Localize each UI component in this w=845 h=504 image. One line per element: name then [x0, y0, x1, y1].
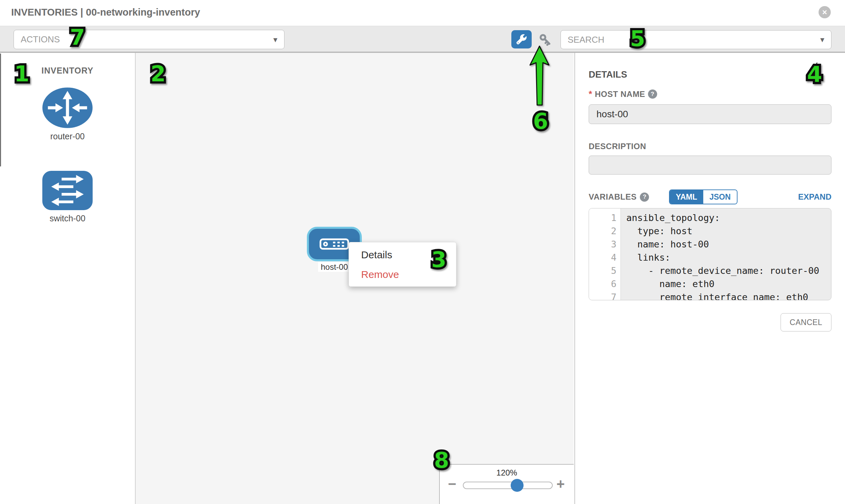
- key-icon: [538, 32, 553, 48]
- page-title: INVENTORIES | 00-networking-inventory: [11, 7, 200, 18]
- line-number-gutter: 1 2 3 4 5 6 7: [589, 209, 621, 300]
- code-line: name: eth0: [626, 277, 831, 290]
- line-number: 5: [589, 264, 620, 277]
- description-label-row: DESCRIPTION: [589, 142, 646, 151]
- expand-link[interactable]: EXPAND: [798, 192, 831, 202]
- node-context-menu: Details Remove: [349, 242, 456, 287]
- details-panel: DETAILS * HOST NAME ? host-00 DESCRIPTIO…: [575, 53, 845, 504]
- switch-icon: [41, 170, 93, 211]
- yaml-toggle-button[interactable]: YAML: [670, 190, 703, 204]
- palette-device-router[interactable]: router-00: [0, 87, 135, 141]
- line-number: 1: [589, 211, 620, 224]
- zoom-slider-track[interactable]: [463, 482, 553, 489]
- code-line: remote_interface_name: eth0: [626, 290, 831, 300]
- required-mark: *: [589, 89, 592, 99]
- variables-label: VARIABLES: [589, 192, 636, 202]
- variables-header-row: VARIABLES ? YAML JSON EXPAND: [589, 190, 831, 206]
- line-number: 7: [589, 290, 620, 300]
- actions-dropdown-label: ACTIONS: [21, 34, 60, 45]
- zoom-value: 120%: [440, 468, 574, 478]
- code-line: ansible_topology:: [626, 211, 831, 224]
- question-circle-icon[interactable]: ?: [640, 193, 649, 202]
- search-dropdown-label: SEARCH: [568, 35, 604, 45]
- chevron-down-icon: ▾: [820, 35, 824, 44]
- inventory-topology-window: INVENTORIES | 00-networking-inventory ✕ …: [0, 0, 845, 504]
- details-panel-title: DETAILS: [589, 70, 627, 80]
- toolbar: ACTIONS ▾ SEARCH ▾: [0, 26, 845, 52]
- content-area: INVENTORY router-00: [0, 52, 845, 504]
- host-name-label-row: * HOST NAME ?: [589, 89, 657, 99]
- zoom-control: 120% − +: [439, 464, 574, 504]
- device-label: switch-00: [0, 214, 135, 223]
- code-line: type: host: [626, 224, 831, 238]
- chevron-down-icon: ▾: [273, 35, 277, 44]
- menu-item-details[interactable]: Details: [349, 245, 456, 265]
- variables-code-editor[interactable]: 1 2 3 4 5 6 7 ansible_topology: type: ho…: [589, 208, 831, 300]
- code-line: links:: [626, 251, 831, 264]
- menu-item-remove[interactable]: Remove: [349, 265, 456, 284]
- description-label: DESCRIPTION: [589, 142, 646, 151]
- wrench-icon: [516, 34, 527, 44]
- line-number: 3: [589, 238, 620, 251]
- zoom-in-button[interactable]: +: [557, 477, 565, 491]
- sidebar-title: INVENTORY: [0, 66, 135, 76]
- line-number: 6: [589, 277, 620, 290]
- json-toggle-button[interactable]: JSON: [703, 190, 737, 204]
- line-number: 2: [589, 224, 620, 238]
- device-label: router-00: [0, 131, 135, 141]
- host-name-label: HOST NAME: [595, 89, 645, 99]
- topology-canvas[interactable]: host-00 Details Remove 120% − +: [136, 53, 574, 504]
- zoom-slider-handle[interactable]: [511, 479, 524, 492]
- line-number: 4: [589, 251, 620, 264]
- code-lines: ansible_topology: type: host name: host-…: [621, 209, 831, 300]
- host-icon: [319, 238, 349, 250]
- variables-format-toggle: YAML JSON: [669, 190, 738, 204]
- actions-dropdown[interactable]: ACTIONS ▾: [14, 30, 284, 49]
- inventory-sidebar: INVENTORY router-00: [0, 53, 136, 504]
- key-button[interactable]: [537, 32, 553, 48]
- palette-device-switch[interactable]: switch-00: [0, 170, 135, 223]
- zoom-out-button[interactable]: −: [448, 477, 456, 491]
- code-line: - remote_device_name: router-00: [626, 264, 831, 277]
- code-line: name: host-00: [626, 238, 831, 251]
- description-input[interactable]: [589, 156, 831, 175]
- router-icon: [42, 87, 93, 129]
- host-name-input[interactable]: host-00: [589, 104, 831, 124]
- search-dropdown[interactable]: SEARCH ▾: [561, 30, 831, 49]
- cancel-button[interactable]: CANCEL: [780, 313, 831, 331]
- title-bar: INVENTORIES | 00-networking-inventory ✕: [0, 0, 845, 26]
- host-name-value: host-00: [596, 109, 628, 120]
- close-icon[interactable]: ✕: [818, 6, 831, 18]
- question-circle-icon[interactable]: ?: [648, 89, 657, 98]
- configure-button[interactable]: [511, 30, 532, 49]
